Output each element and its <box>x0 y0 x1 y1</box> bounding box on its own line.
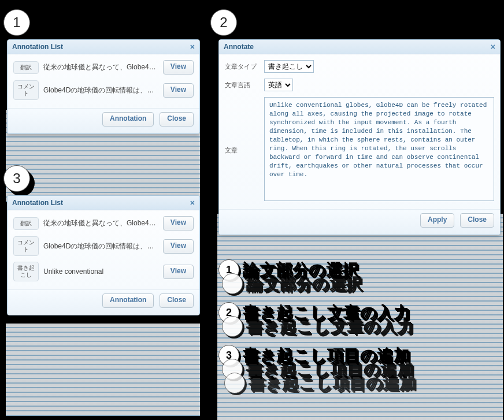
explain-text-ghost: 書き起こし項目の追加 <box>249 372 416 394</box>
annotation-row: 書き起こし Unlike conventional View <box>13 262 194 281</box>
lang-label: 文章言語 <box>225 79 257 90</box>
annotation-tag: コメント <box>13 80 39 100</box>
panel2-title: Annotate <box>224 40 254 54</box>
form-row-body: 文章 <box>225 97 494 201</box>
type-label: 文章タイプ <box>225 60 257 71</box>
explain-row-1-ghost: 論文部分の選択 <box>222 273 416 295</box>
form-row-type: 文章タイプ 書き起こし <box>225 60 494 73</box>
close-button[interactable]: Close <box>160 293 194 308</box>
annotation-text: 従来の地球儀と異なって、Globe4Dは <box>43 62 158 72</box>
view-button[interactable]: View <box>163 216 194 231</box>
annotation-row: コメント Globe4Dの地球儀の回転情報は、テー View <box>13 236 194 256</box>
annotation-text: 従来の地球儀と異なって、Globe4Dは <box>43 218 158 228</box>
annotation-list-panel-1: Annotation List × 翻訳 従来の地球儀と異なって、Globe4D… <box>7 39 200 134</box>
annotation-list-panel-3: Annotation List × 翻訳 従来の地球儀と異なって、Globe4D… <box>7 195 200 315</box>
view-button[interactable]: View <box>163 265 194 279</box>
panel2-body: 文章タイプ 書き起こし 文章言語 英語 文章 <box>219 54 500 209</box>
annotation-text: Globe4Dの地球儀の回転情報は、テー <box>43 86 158 95</box>
explain-text-ghost: 書き起こし文章の入力 <box>246 315 413 337</box>
annotation-row: コメント Globe4Dの地球儀の回転情報は、テー View <box>13 80 194 100</box>
view-button[interactable]: View <box>163 83 194 98</box>
annotation-text: Unlike conventional <box>43 267 158 276</box>
panel1-close-icon[interactable]: × <box>190 40 195 54</box>
view-button[interactable]: View <box>163 239 194 254</box>
view-button[interactable]: View <box>163 60 194 75</box>
panel1-body: 翻訳 従来の地球儀と異なって、Globe4Dは View コメント Globe4… <box>8 54 199 108</box>
step-badge-2-label: 2 <box>220 14 227 31</box>
form-row-lang: 文章言語 英語 <box>225 79 494 91</box>
panel3-title: Annotation List <box>12 196 63 210</box>
panel2-titlebar: Annotate × <box>219 40 500 54</box>
explain-row-2-ghost: 書き起こし文章の入力 <box>222 315 416 337</box>
panel3-close-icon[interactable]: × <box>190 196 195 210</box>
step-badge-3-label: 3 <box>13 170 20 187</box>
explanation-block: 1 論文部分の選択 論文部分の選択 2 書き起こし文章の入力 書き起こし文章の入… <box>218 259 416 386</box>
body-textarea[interactable] <box>264 97 494 201</box>
annotation-text: Globe4Dの地球儀の回転情報は、テー <box>43 241 158 251</box>
panel1-titlebar: Annotation List × <box>8 40 199 54</box>
panel1-title: Annotation List <box>12 40 63 54</box>
explain-text-ghost: 論文部分の選択 <box>246 273 362 295</box>
explain-badge-ghost <box>224 373 245 393</box>
annotation-row: 翻訳 従来の地球儀と異なって、Globe4Dは View <box>13 216 194 231</box>
body-label: 文章 <box>225 144 257 155</box>
lang-select[interactable]: 英語 <box>264 79 293 91</box>
step-badge-1-label: 1 <box>13 14 20 31</box>
annotation-row: 翻訳 従来の地球儀と異なって、Globe4Dは View <box>13 60 194 75</box>
annotation-button[interactable]: Annotation <box>102 112 154 127</box>
panel3-body: 翻訳 従来の地球儀と異なって、Globe4Dは View コメント Globe4… <box>8 210 199 289</box>
panel1-footer: Annotation Close <box>8 108 199 133</box>
panel3-footer: Annotation Close <box>8 289 199 315</box>
annotation-tag: 書き起こし <box>13 262 39 281</box>
apply-button[interactable]: Apply <box>420 213 454 228</box>
explain-badge-ghost <box>222 316 243 337</box>
annotation-tag: 翻訳 <box>13 61 39 74</box>
annotation-button[interactable]: Annotation <box>102 293 154 308</box>
annotation-tag: 翻訳 <box>13 217 39 230</box>
decorative-hatch <box>6 324 200 416</box>
type-select[interactable]: 書き起こし <box>264 60 314 73</box>
close-button[interactable]: Close <box>160 112 194 127</box>
panel2-close-icon[interactable]: × <box>491 40 495 54</box>
step-badge-1: 1 <box>3 9 30 36</box>
step-badge-3: 3 <box>3 165 30 192</box>
explain-row-3-ghost2: 書き起こし項目の追加 <box>224 372 416 394</box>
annotation-tag: コメント <box>13 236 39 256</box>
close-button[interactable]: Close <box>460 213 494 228</box>
panel2-footer: Apply Close <box>219 209 500 235</box>
step-badge-2: 2 <box>210 9 237 36</box>
explain-badge-ghost <box>222 273 243 294</box>
panel3-titlebar: Annotation List × <box>8 196 199 210</box>
annotate-panel: Annotate × 文章タイプ 書き起こし 文章言語 英語 文章 Apply … <box>218 39 501 235</box>
